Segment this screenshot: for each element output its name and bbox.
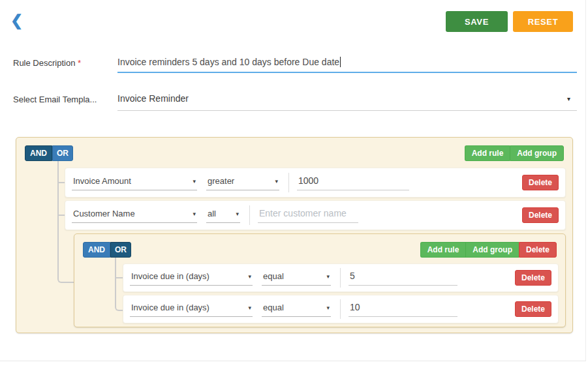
field-select[interactable]: Invoice Amount ▾: [72, 175, 197, 190]
dropdown-arrow-icon: ▾: [236, 211, 239, 217]
delete-rule-button[interactable]: Delete: [515, 270, 551, 286]
save-button[interactable]: SAVE: [446, 11, 508, 32]
page-card: ❮ SAVE RESET Rule Description * Invoice …: [0, 0, 586, 361]
operator-select[interactable]: greater ▾: [206, 175, 279, 190]
dropdown-arrow-icon: ▾: [193, 179, 196, 185]
or-button[interactable]: OR: [110, 242, 131, 258]
operator-select[interactable]: equal ▾: [262, 301, 331, 317]
tree-branch-line: [115, 277, 123, 278]
value-field-wrap: [249, 205, 358, 225]
value-input[interactable]: [297, 175, 409, 190]
value-field-wrap: [340, 268, 457, 288]
email-template-label: Select Email Templa...: [13, 95, 97, 104]
tree-branch-line: [57, 215, 65, 216]
group-actions: Add rule Add group: [465, 145, 564, 161]
delete-rule-button[interactable]: Delete: [522, 207, 559, 223]
dropdown-arrow-icon: ▾: [326, 305, 330, 311]
delete-rule-button[interactable]: Delete: [515, 301, 551, 317]
add-rule-button[interactable]: Add rule: [420, 242, 466, 258]
tree-branch-line: [57, 182, 65, 183]
back-button[interactable]: ❮: [10, 10, 30, 30]
delete-rule-button[interactable]: Delete: [522, 175, 559, 190]
value-field-wrap: [340, 299, 457, 319]
value-input[interactable]: [258, 207, 358, 223]
dropdown-arrow-icon: ▾: [326, 274, 330, 280]
and-button[interactable]: AND: [25, 145, 52, 161]
value-input[interactable]: [348, 270, 457, 286]
and-button[interactable]: AND: [83, 242, 110, 258]
dropdown-arrow-icon: ▾: [193, 211, 196, 217]
rule-description-label: Rule Description *: [13, 58, 81, 68]
query-builder-subgroup: AND OR Add rule Add group Delete Invoice…: [74, 233, 566, 327]
subgroup-condition-toggle: AND OR: [83, 242, 131, 258]
field-select[interactable]: Invoice due in (days) ▾: [130, 301, 253, 317]
subgroup-actions: Add rule Add group Delete: [420, 242, 557, 258]
text-cursor: [340, 57, 341, 67]
add-group-button[interactable]: Add group: [510, 145, 564, 161]
rule-description-input[interactable]: Invoice reminders 5 days and 10 days bef…: [117, 57, 341, 67]
reset-button[interactable]: RESET: [513, 11, 573, 32]
chevron-left-icon: ❮: [10, 13, 23, 28]
rule-row-invoice-due-10: Invoice due in (days) ▾ equal ▾ Delete: [123, 295, 559, 323]
email-template-select[interactable]: Invoice Reminder: [117, 93, 189, 104]
rule-description-underline: [117, 72, 577, 73]
dropdown-arrow-icon: ▾: [275, 179, 278, 185]
email-template-underline: [117, 110, 577, 111]
value-input[interactable]: [348, 301, 457, 317]
rule-row-customer-name: Customer Name ▾ all ▾ Delete: [65, 200, 566, 230]
operator-select[interactable]: all ▾: [206, 207, 240, 223]
value-field-wrap: [288, 173, 409, 192]
add-group-button[interactable]: Add group: [465, 242, 519, 258]
field-select[interactable]: Customer Name ▾: [72, 207, 197, 223]
operator-select[interactable]: equal ▾: [262, 270, 331, 286]
dropdown-arrow-icon: ▾: [248, 274, 251, 280]
dropdown-arrow-icon: ▾: [567, 96, 570, 102]
query-builder-group: AND OR Add rule Add group Invoice Amount…: [16, 137, 573, 333]
add-rule-button[interactable]: Add rule: [465, 145, 510, 161]
dropdown-arrow-icon: ▾: [248, 305, 251, 311]
rule-row-invoice-due-5: Invoice due in (days) ▾ equal ▾ Delete: [123, 263, 559, 292]
delete-group-button[interactable]: Delete: [519, 242, 557, 258]
group-condition-toggle: AND OR: [25, 145, 73, 161]
rule-row-invoice-amount: Invoice Amount ▾ greater ▾ Delete: [65, 168, 566, 198]
required-asterisk: *: [78, 58, 81, 68]
or-button[interactable]: OR: [52, 145, 73, 161]
field-select[interactable]: Invoice due in (days) ▾: [130, 270, 253, 286]
